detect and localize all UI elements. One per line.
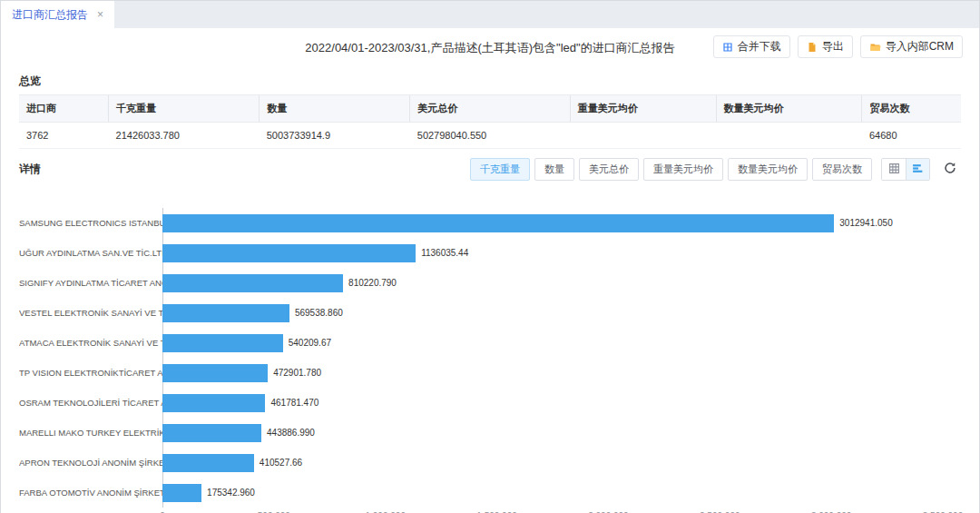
chart-category-label: FARBA OTOMOTİV ANONİM ŞİRKETİ ... (19, 488, 162, 498)
chart-row: TP VISION ELEKTRONİKTİCARET AN...472901.… (19, 358, 943, 388)
chart-value-label: 175342.960 (207, 484, 255, 502)
cell-usd-avg-qty (716, 123, 862, 149)
export-label: 导出 (822, 39, 844, 54)
chart-value-label: 443886.990 (267, 424, 315, 442)
refresh-button[interactable] (939, 159, 961, 180)
main-content: 2022/04/01-2023/03/31,产品描述(土耳其语)包含"led"的… (1, 28, 979, 513)
col-header-quantity: 数量 (260, 95, 410, 123)
bar-chart-icon (912, 162, 924, 178)
chart-bar[interactable] (162, 274, 343, 292)
tab-importer-summary-report[interactable]: 进口商汇总报告 × (1, 1, 114, 28)
chart-category-label: VESTEL ELEKTRONİK SANAYİ VE Tİ... (19, 308, 162, 318)
tab-bar: 进口商汇总报告 × (1, 1, 979, 28)
metric-tab-trade-count[interactable]: 贸易次数 (812, 158, 872, 181)
chart-category-label: UĞUR AYDINLATMA SAN.VE TİC.LTD... (19, 248, 162, 258)
page: 进口商汇总报告 × 2022/04/01-2023/03/31,产品描述(土耳其… (0, 0, 980, 513)
chart-value-label: 810220.790 (348, 274, 397, 292)
details-toolbar: 千克重量 数量 美元总价 重量美元均价 数量美元均价 贸易次数 (470, 158, 961, 181)
cell-quantity: 5003733914.9 (260, 123, 410, 149)
col-header-usd-avg-weight: 重量美元均价 (570, 95, 716, 123)
chart-category-label: OSRAM TEKNOLOJİLERİ TİCARET AN... (19, 398, 162, 408)
chart-track: 1136035.44 (162, 244, 943, 262)
metric-tab-usd-total[interactable]: 美元总价 (579, 158, 639, 181)
metric-tab-usd-avg-weight[interactable]: 重量美元均价 (643, 158, 723, 181)
cell-trade-count: 64680 (862, 123, 961, 149)
chart-track: 540209.67 (162, 334, 943, 352)
cell-importer: 3762 (19, 123, 109, 149)
col-header-kg-weight: 千克重量 (109, 95, 260, 123)
chart-bar[interactable] (162, 214, 834, 232)
chart-value-label: 410527.66 (260, 454, 302, 472)
import-folder-icon (869, 42, 881, 53)
details-row: 详情 千克重量 数量 美元总价 重量美元均价 数量美元均价 贸易次数 (19, 158, 961, 181)
chart-bar[interactable] (162, 304, 289, 322)
chart-bar[interactable] (162, 244, 416, 262)
merge-download-label: 合并下载 (738, 39, 781, 54)
chart-value-label: 472901.780 (273, 364, 321, 382)
cell-kg-weight: 21426033.780 (109, 123, 260, 149)
chart-track: 472901.780 (162, 364, 943, 382)
import-crm-label: 导入内部CRM (886, 39, 954, 54)
chart-track: 443886.990 (162, 424, 943, 442)
chart-row: SIGNIFY AYDINLATMA TİCARET ANO...810220.… (19, 268, 943, 298)
chart-track: 461781.470 (162, 394, 943, 412)
chart-track: 410527.66 (162, 454, 943, 472)
overview-section-title: 总览 (19, 74, 961, 89)
chart-bar[interactable] (162, 334, 283, 352)
chart-category-label: MARELLI MAKO TURKEY ELEKTRİK S... (19, 428, 162, 438)
header-row: 2022/04/01-2023/03/31,产品描述(土耳其语)包含"led"的… (1, 28, 979, 64)
chart-category-label: SAMSUNG ELECTRONICS ISTANBUL P... (19, 218, 162, 228)
chart-bar[interactable] (162, 364, 268, 382)
import-crm-button[interactable]: 导入内部CRM (860, 35, 963, 58)
metric-tab-group: 千克重量 数量 美元总价 重量美元均价 数量美元均价 贸易次数 (470, 158, 872, 181)
refresh-icon (944, 162, 956, 178)
overview-data-row: 3762 21426033.780 5003733914.9 502798040… (19, 123, 961, 149)
cell-usd-total: 502798040.550 (410, 123, 570, 149)
view-toggle-group (881, 158, 930, 181)
chart-value-label: 461781.470 (270, 394, 318, 412)
chart-track: 3012941.050 (162, 214, 943, 232)
chart-bar[interactable] (162, 394, 265, 412)
tab-close-icon[interactable]: × (97, 8, 103, 21)
chart-value-label: 540209.67 (289, 334, 331, 352)
chart-bar[interactable] (162, 484, 201, 502)
metric-tab-usd-avg-qty[interactable]: 数量美元均价 (728, 158, 808, 181)
header-buttons: 合并下载 导出 导入内部CRM (713, 35, 963, 58)
table-grid-icon (888, 162, 900, 178)
tab-label: 进口商汇总报告 (12, 7, 88, 23)
chart-row: MARELLI MAKO TURKEY ELEKTRİK S...443886.… (19, 418, 943, 448)
merge-download-button[interactable]: 合并下载 (713, 35, 790, 58)
chart-row: OSRAM TEKNOLOJİLERİ TİCARET AN...461781.… (19, 388, 943, 418)
metric-tab-quantity[interactable]: 数量 (534, 158, 574, 181)
chart-rows: SAMSUNG ELECTRONICS ISTANBUL P...3012941… (19, 208, 943, 508)
col-header-trade-count: 贸易次数 (862, 95, 961, 123)
chart-row: SAMSUNG ELECTRONICS ISTANBUL P...3012941… (19, 208, 943, 238)
bar-chart: SAMSUNG ELECTRONICS ISTANBUL P...3012941… (19, 208, 943, 513)
chart-track: 810220.790 (162, 274, 943, 292)
merge-download-icon (722, 42, 733, 53)
chart-value-label: 3012941.050 (839, 214, 892, 232)
overview-header-row: 进口商 千克重量 数量 美元总价 重量美元均价 数量美元均价 贸易次数 (19, 95, 961, 123)
export-file-icon (807, 42, 818, 53)
bar-chart-view-button[interactable] (906, 159, 929, 180)
col-header-usd-total: 美元总价 (410, 95, 570, 123)
chart-bar[interactable] (162, 424, 261, 442)
chart-row: ATMACA ELEKTRONİK SANAYİ VE Tİ...540209.… (19, 328, 943, 358)
chart-track: 569538.860 (162, 304, 943, 322)
chart-category-label: ATMACA ELEKTRONİK SANAYİ VE Tİ... (19, 338, 162, 348)
chart-row: UĞUR AYDINLATMA SAN.VE TİC.LTD...1136035… (19, 238, 943, 268)
table-view-button[interactable] (882, 159, 906, 180)
overview-table: 进口商 千克重量 数量 美元总价 重量美元均价 数量美元均价 贸易次数 3762… (19, 94, 961, 149)
export-button[interactable]: 导出 (798, 35, 853, 58)
chart-bar[interactable] (162, 454, 254, 472)
chart-row: FARBA OTOMOTİV ANONİM ŞİRKETİ ...175342.… (19, 478, 943, 508)
col-header-usd-avg-qty: 数量美元均价 (716, 95, 862, 123)
chart-row: VESTEL ELEKTRONİK SANAYİ VE Tİ...569538.… (19, 298, 943, 328)
metric-tab-kg-weight[interactable]: 千克重量 (470, 158, 530, 181)
chart-value-label: 569538.860 (295, 304, 343, 322)
chart-track: 175342.960 (162, 484, 943, 502)
chart-category-label: APRON TEKNOLOJİ ANONİM ŞİRKETİ... (19, 458, 162, 468)
chart-category-label: SIGNIFY AYDINLATMA TİCARET ANO... (19, 278, 162, 288)
col-header-importer: 进口商 (19, 95, 109, 123)
chart-row: APRON TEKNOLOJİ ANONİM ŞİRKETİ...410527.… (19, 448, 943, 478)
